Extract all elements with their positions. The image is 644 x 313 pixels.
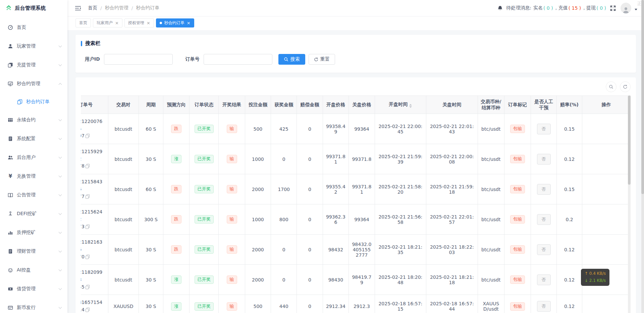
sidebar-item-公告管理[interactable]: 公告管理	[0, 186, 67, 204]
cell-currency: btc/usdt	[478, 235, 504, 265]
cell-open_time: 2025-02-21 21:59:39	[375, 144, 426, 174]
page-scrollbar[interactable]	[641, 0, 644, 313]
copy-icon[interactable]	[86, 164, 90, 168]
active-tab-dot	[160, 22, 162, 24]
cell-bet: 1000	[245, 144, 271, 174]
cell-result: 输	[219, 295, 245, 313]
copy-icon[interactable]	[86, 134, 90, 138]
copy-icon[interactable]	[86, 194, 90, 199]
manual-intervene-button[interactable]: 否	[537, 244, 551, 255]
breadcrumb-item: 秒合约管理	[105, 5, 128, 11]
tab-首页[interactable]: 首页	[75, 18, 91, 27]
order-number-line2: 14	[81, 306, 105, 313]
fullscreen-icon[interactable]	[610, 5, 616, 11]
cell-close_price: 98419.79	[349, 265, 375, 295]
user-menu-caret-icon[interactable]	[635, 9, 637, 10]
collapse-menu-icon[interactable]	[75, 5, 81, 11]
table-vertical-scrollbar[interactable]	[628, 96, 631, 313]
exchange-icon: ¥	[7, 174, 13, 179]
cell-action	[582, 144, 631, 174]
user-id-input[interactable]	[104, 54, 173, 65]
sidebar-item-新币发行[interactable]: 新币发行	[0, 299, 67, 313]
cell-win: 440	[271, 295, 297, 313]
cell-manual: 否	[531, 235, 557, 265]
zoom-search-icon-button[interactable]	[606, 81, 616, 92]
sidebar-subitem-秒合约订单[interactable]: 秒合约订单	[0, 94, 67, 110]
order-number-line1: 212200765	[81, 118, 105, 132]
chevron-down-icon	[59, 287, 62, 290]
tab-授权管理[interactable]: 授权管理×	[124, 18, 154, 27]
sidebar-item-充提管理[interactable]: 充提管理	[0, 56, 67, 74]
cell-result: 输	[219, 114, 245, 144]
config-icon	[7, 136, 13, 141]
sidebar-item-AI控盘[interactable]: AI控盘	[0, 261, 67, 279]
cell-open_time: 2025-02-21 18:20:48	[375, 265, 426, 295]
sidebar-item-理财管理[interactable]: 理财管理	[0, 243, 67, 260]
close-icon[interactable]: ×	[115, 21, 119, 25]
cell-open_time: 2025-02-21 21:56:58	[375, 204, 426, 235]
copy-icon[interactable]	[86, 255, 90, 259]
cell-manual: 否	[531, 295, 557, 313]
cell-action	[582, 204, 631, 235]
table-toolbar	[81, 81, 631, 92]
column-header-label: 开奖结果	[222, 102, 241, 107]
column-header-manual: 是否人工干预	[531, 96, 557, 114]
sidebar-item-系统配置[interactable]: 系统配置	[0, 130, 67, 147]
copy-icon[interactable]	[86, 285, 90, 289]
reset-button[interactable]: 重置	[309, 54, 335, 65]
copy-icon[interactable]	[86, 308, 90, 312]
cell-open_time: 2025-02-21 18:21:35	[375, 235, 426, 265]
manual-intervene-button[interactable]: 否	[537, 301, 551, 312]
copy-icon[interactable]	[86, 225, 90, 229]
cell-order: 21182163670	[81, 235, 108, 265]
order-number-line1: 212156242	[81, 208, 105, 223]
manual-intervene-button[interactable]: 否	[537, 274, 551, 285]
sidebar-item-永续合约[interactable]: 永续合约	[0, 111, 67, 129]
cell-bet: 500	[245, 295, 271, 313]
breadcrumb-item[interactable]: 首页	[88, 5, 97, 11]
table-header-row: 订单号交易对周期预测方向订单状态开奖结果投注金额获奖金额赔偿金额开盘价格关盘价格…	[81, 96, 631, 114]
manual-intervene-button[interactable]: 否	[537, 154, 551, 165]
sidebar-item-借贷管理[interactable]: 借贷管理	[0, 280, 67, 298]
sidebar-item-质押挖矿[interactable]: 质押挖矿	[0, 224, 67, 241]
sidebar-item-秒合约管理[interactable]: 秒合约管理	[0, 75, 67, 92]
cell-status: 已开奖	[190, 174, 219, 204]
tab-玩家用户[interactable]: 玩家用户×	[93, 18, 122, 27]
manual-intervene-button[interactable]: 否	[537, 184, 551, 195]
cell-direction: 涨	[163, 265, 189, 295]
column-header-compensate: 赔偿金额	[297, 96, 323, 114]
tag-result: 输	[227, 245, 237, 254]
download-speed: 2.1 KB/s	[589, 278, 606, 283]
sidebar-item-label: 后台用户	[17, 154, 59, 161]
tab-秒合约订单[interactable]: 秒合约订单×	[156, 18, 194, 27]
chevron-down-icon	[59, 249, 62, 253]
manual-intervene-button[interactable]: 否	[537, 214, 551, 225]
cell-open_price: 98432	[323, 235, 348, 265]
tag-mark: 包输	[510, 155, 525, 163]
cell-order: 21215843677	[81, 174, 108, 204]
sidebar-item-玩家管理[interactable]: 玩家管理	[0, 38, 67, 55]
cell-pair: btcusdt	[108, 204, 139, 235]
cell-rate: 0.2	[557, 204, 582, 235]
sidebar-item-后台用户[interactable]: 后台用户	[0, 149, 67, 166]
cell-currency: XAUUSD/usdt	[478, 295, 504, 313]
order-no-input[interactable]	[204, 54, 272, 65]
manual-intervene-button[interactable]: 否	[537, 124, 551, 134]
cell-currency: btc/usdt	[478, 204, 504, 235]
bell-icon[interactable]	[497, 5, 503, 11]
column-header-open_time[interactable]: 开盘时间	[375, 96, 426, 114]
search-button[interactable]: 搜索	[278, 54, 305, 65]
sidebar-item-首页[interactable]: 首页	[0, 19, 67, 36]
user-id-label: 用户ID	[85, 56, 100, 62]
search-title-text: 搜索栏	[85, 40, 100, 47]
avatar[interactable]	[621, 3, 631, 13]
table-row: 21215929278btcusdt30 S涨已开奖输10000099371.8…	[81, 144, 631, 174]
order-number-line2: 77	[81, 193, 105, 200]
sort-icon[interactable]	[409, 104, 412, 108]
order-icon	[17, 99, 23, 105]
sidebar-item-兑换管理[interactable]: ¥兑换管理	[0, 168, 67, 185]
close-icon[interactable]: ×	[187, 21, 191, 25]
refresh-table-icon-button[interactable]	[620, 81, 631, 92]
sidebar-item-DEFI挖矿[interactable]: DEFI挖矿	[0, 205, 67, 223]
close-icon[interactable]: ×	[147, 21, 150, 25]
